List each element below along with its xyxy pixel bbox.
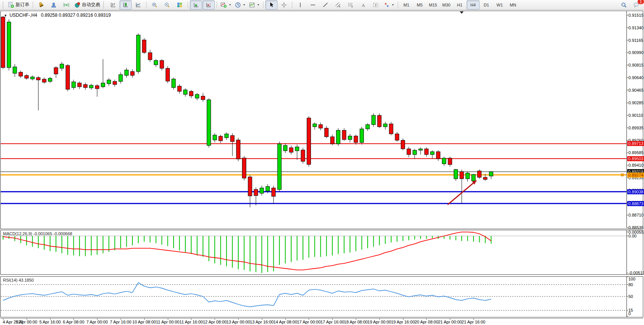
horizontal-line-button[interactable] — [307, 0, 319, 10]
price-tick-label: 0.88535 — [628, 225, 644, 230]
chevron-down-icon: ▼ — [229, 3, 231, 6]
macd-plot[interactable] — [1, 230, 643, 274]
price-tick-label: 0.90815 — [628, 63, 644, 67]
clock-icon — [235, 2, 241, 8]
time-tick-label: 5 Apr 16:00 — [39, 320, 61, 324]
text-label-button[interactable]: T — [370, 0, 382, 10]
bar-chart-button[interactable] — [107, 0, 119, 10]
arrows-icon — [384, 2, 390, 8]
timeframe-mn[interactable]: MN — [507, 0, 520, 10]
price-line-badge: 0.89713 — [627, 141, 644, 146]
new-order-icon — [8, 2, 14, 8]
chevron-down-icon: ▼ — [243, 3, 245, 6]
user-icon — [51, 2, 57, 8]
vertical-line-button[interactable] — [294, 0, 306, 10]
time-tick-label: 20 Apr 08:00 — [414, 320, 438, 324]
price-plot[interactable] — [1, 11, 643, 229]
zoom-out-icon — [164, 2, 170, 8]
chat-button[interactable]: 1 — [630, 0, 642, 10]
crosshair-button[interactable] — [278, 0, 290, 10]
time-tick-label: 19 Apr 16:00 — [391, 320, 414, 324]
time-tick-label: 17 Apr 00:00 — [297, 320, 320, 324]
timeframe-m1[interactable]: M1 — [400, 0, 413, 10]
price-tick-label: 0.90465 — [628, 88, 644, 92]
timeframe-m15[interactable]: M15 — [427, 0, 440, 10]
timeframe-d1[interactable]: D1 — [480, 0, 493, 10]
timeframe-w1[interactable]: W1 — [493, 0, 506, 10]
auto-trading-label: 自动交易 — [81, 2, 100, 8]
price-line-badge: 0.89503 — [627, 156, 644, 161]
timeframe-h1[interactable]: H1 — [453, 0, 466, 10]
seal-button[interactable] — [35, 0, 47, 10]
crosshair-icon — [281, 2, 287, 8]
trendline-icon — [322, 2, 328, 8]
toolbar-grip[interactable] — [103, 2, 105, 8]
rsi-pane: RSI(14) 43.1850 1008050150 — [0, 276, 643, 317]
equidistant-channel-icon: E — [335, 2, 341, 8]
time-tick-label: 18 Apr 08:00 — [344, 320, 368, 324]
rsi-tick-label: 0 — [628, 311, 631, 316]
chart-shift-marker[interactable] — [460, 11, 464, 14]
time-tick-label: 7 Apr 00:00 — [86, 320, 108, 324]
rsi-plot[interactable] — [1, 277, 643, 317]
signal-icon — [63, 2, 69, 8]
time-tick-label: 12 Apr 08:00 — [203, 320, 226, 324]
periods-button[interactable]: ▼ — [233, 0, 247, 10]
toolbar-separator — [217, 2, 217, 8]
indicators-button[interactable]: ▼ — [219, 0, 233, 10]
timeframe-m30[interactable]: M30 — [440, 0, 453, 10]
rsi-label: RSI(14) 43.1850 — [3, 278, 34, 282]
indicators-icon — [220, 2, 227, 8]
templates-button[interactable]: ▼ — [247, 0, 261, 10]
new-order-label: 新订单 — [15, 2, 29, 8]
text-button[interactable]: A — [357, 0, 369, 10]
fibonacci-button[interactable]: F — [344, 0, 357, 10]
candlestick-chart-button[interactable] — [120, 0, 132, 10]
auto-trading-button[interactable]: 自动交易 — [73, 0, 102, 10]
ohlc-values: 0.89258 0.89327 0.89216 0.89319 — [41, 13, 111, 18]
svg-text:E: E — [339, 5, 340, 8]
timeframe-h4[interactable]: H4 — [467, 0, 480, 10]
toolbar-grip[interactable] — [3, 2, 5, 8]
new-order-button[interactable]: 新订单 — [6, 0, 31, 10]
time-tick-label: 17 Apr 16:00 — [320, 320, 344, 324]
toolbar-separator — [188, 2, 188, 8]
cursor-icon — [268, 2, 274, 8]
time-tick-label: 21 Apr 00:00 — [438, 320, 462, 324]
horizontal-line-icon — [310, 2, 316, 8]
cursor-button[interactable] — [265, 0, 277, 10]
equidistant-channel-button[interactable]: E — [332, 0, 344, 10]
timeframe-m5[interactable]: M5 — [413, 0, 426, 10]
time-tick-label: 21 Apr 16:00 — [462, 320, 485, 324]
price-tick-label: 0.90640 — [628, 75, 644, 80]
symbol-menu-icon[interactable]: ▼ — [4, 14, 7, 18]
auto-scroll-button[interactable] — [190, 0, 202, 10]
profile-button[interactable] — [48, 0, 60, 10]
macd-label: MACD(12,26,9) -0.001065 -0.000668 — [3, 231, 72, 236]
time-tick-label: 6 Apr 08:00 — [63, 320, 84, 324]
line-chart-button[interactable] — [132, 0, 144, 10]
price-line-badge: 0.89038 — [627, 189, 644, 194]
symbol-timeframe-label: USDCHF-,H4 — [10, 13, 37, 18]
price-tick-label: 0.90990 — [628, 50, 644, 55]
text-label-icon: T — [373, 2, 379, 8]
svg-text:T: T — [375, 3, 377, 7]
time-axis[interactable]: 4 Apr 20235 Apr 00:005 Apr 16:006 Apr 08… — [0, 318, 643, 325]
search-button[interactable] — [618, 0, 630, 10]
chart-shift-icon — [206, 2, 212, 8]
arrows-button[interactable]: ▼ — [382, 0, 396, 10]
trendline-button[interactable] — [319, 0, 332, 10]
zoom-out-button[interactable] — [161, 0, 173, 10]
tile-windows-icon — [177, 2, 183, 8]
time-tick-label: 11 Apr 00:00 — [156, 320, 180, 324]
signal-button[interactable] — [60, 0, 72, 10]
price-tick-label: 0.90285 — [628, 100, 644, 105]
time-tick-label: 19 Apr 00:00 — [368, 320, 391, 324]
toolbar-separator — [33, 2, 33, 8]
time-tick-label: 13 Apr 16:00 — [250, 320, 274, 324]
tile-windows-button[interactable] — [174, 0, 186, 10]
zoom-in-button[interactable] — [148, 0, 161, 10]
chart-title: ▼USDCHF-,H40.89258 0.89327 0.89216 0.893… — [4, 13, 111, 18]
templates-icon — [249, 2, 255, 8]
chart-shift-button[interactable] — [202, 0, 215, 10]
